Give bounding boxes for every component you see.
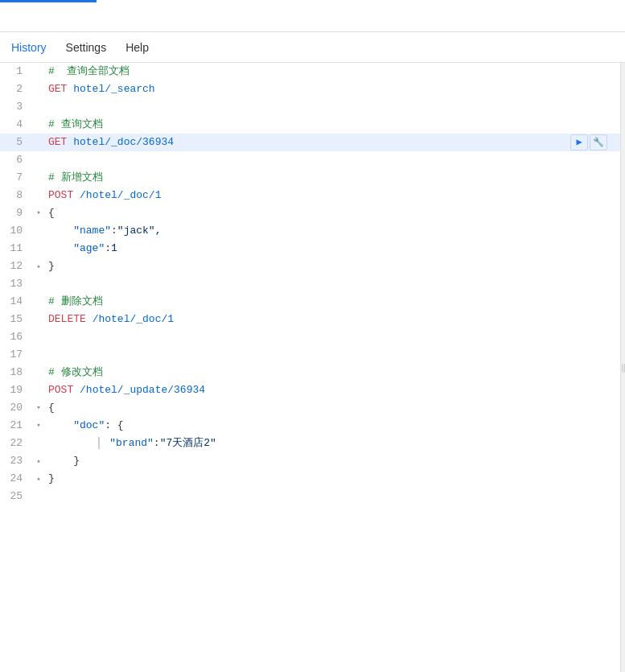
line-number: 16 (0, 328, 32, 346)
fold-gutter[interactable]: ▴ (32, 470, 45, 488)
table-row: 3 (0, 98, 620, 116)
line-number: 18 (0, 364, 32, 381)
line-content: "brand":"7天酒店2" (45, 435, 620, 452)
table-row: 24▴} (0, 470, 620, 488)
table-row: 21▾ "doc": { (0, 417, 620, 435)
menu-settings[interactable]: Settings (58, 38, 115, 57)
line-content: # 新增文档 (45, 169, 620, 187)
table-row: 12▴} (0, 258, 620, 275)
menu-history[interactable]: History (3, 38, 55, 57)
line-content: { (45, 399, 620, 417)
line-number: 21 (0, 417, 32, 435)
line-number: 25 (0, 488, 32, 505)
table-row: 2GET hotel/_search (0, 80, 620, 98)
fold-gutter[interactable]: ▴ (32, 258, 45, 275)
line-number: 22 (0, 435, 32, 452)
resize-handle[interactable]: ‖ (620, 63, 625, 672)
line-content: # 查询全部文档 (45, 63, 620, 80)
line-number: 6 (0, 151, 32, 169)
table-row: 23▴ } (0, 452, 620, 470)
table-row: 5GET hotel/_doc/36934▶🔧 (0, 134, 620, 151)
line-number: 12 (0, 258, 32, 275)
line-content: DELETE /hotel/_doc/1 (45, 311, 620, 328)
line-number: 10 (0, 222, 32, 240)
line-number: 14 (0, 293, 32, 311)
line-number: 17 (0, 346, 32, 364)
line-number: 1 (0, 63, 32, 80)
table-row: 14# 删除文档 (0, 293, 620, 311)
line-content: GET hotel/_doc/36934 (45, 134, 620, 151)
line-number: 3 (0, 98, 32, 116)
top-bar-indicator (0, 0, 97, 2)
table-row: 6 (0, 151, 620, 169)
table-row: 20▾{ (0, 399, 620, 417)
line-content: POST /hotel/_update/36934 (45, 381, 620, 399)
fold-gutter[interactable]: ▾ (32, 204, 45, 222)
table-row: 9▾{ (0, 204, 620, 222)
code-area: 1# 查询全部文档2GET hotel/_search34# 查询文档5GET … (0, 63, 620, 505)
table-row: 15DELETE /hotel/_doc/1 (0, 311, 620, 328)
table-row: 18# 修改文档 (0, 364, 620, 381)
line-content: # 查询文档 (45, 116, 620, 134)
line-content: } (45, 452, 620, 470)
table-row: 11 "age":1 (0, 240, 620, 258)
line-actions: ▶🔧 (570, 134, 607, 151)
table-row: 1# 查询全部文档 (0, 63, 620, 80)
table-row: 8POST /hotel/_doc/1 (0, 187, 620, 204)
line-content: "name":"jack", (45, 222, 620, 240)
table-row: 17 (0, 346, 620, 364)
line-content: "age":1 (45, 240, 620, 258)
table-row: 10 "name":"jack", (0, 222, 620, 240)
editor-container: 1# 查询全部文档2GET hotel/_search34# 查询文档5GET … (0, 63, 625, 672)
line-content: } (45, 470, 620, 488)
line-number: 19 (0, 381, 32, 399)
run-button[interactable]: ▶ (570, 134, 588, 150)
line-content: GET hotel/_search (45, 80, 620, 98)
table-row: 7# 新增文档 (0, 169, 620, 187)
line-number: 4 (0, 116, 32, 134)
line-content: "doc": { (45, 417, 620, 435)
editor-main[interactable]: 1# 查询全部文档2GET hotel/_search34# 查询文档5GET … (0, 63, 620, 672)
line-number: 15 (0, 311, 32, 328)
fold-gutter[interactable]: ▴ (32, 452, 45, 470)
menu-bar: History Settings Help (0, 32, 625, 63)
line-number: 13 (0, 275, 32, 293)
table-row: 22 "brand":"7天酒店2" (0, 435, 620, 452)
line-content: # 修改文档 (45, 364, 620, 381)
top-bar (0, 0, 625, 32)
line-number: 9 (0, 204, 32, 222)
line-content: { (45, 204, 620, 222)
table-row: 4# 查询文档 (0, 116, 620, 134)
table-row: 13 (0, 275, 620, 293)
table-row: 16 (0, 328, 620, 346)
line-number: 20 (0, 399, 32, 417)
fold-gutter[interactable]: ▾ (32, 399, 45, 417)
line-number: 8 (0, 187, 32, 204)
line-number: 11 (0, 240, 32, 258)
line-content: # 删除文档 (45, 293, 620, 311)
line-number: 24 (0, 470, 32, 488)
line-number: 2 (0, 80, 32, 98)
menu-help[interactable]: Help (117, 38, 157, 57)
line-number: 5 (0, 134, 32, 151)
line-number: 23 (0, 452, 32, 470)
line-content: } (45, 258, 620, 275)
line-number: 7 (0, 169, 32, 187)
line-content: POST /hotel/_doc/1 (45, 187, 620, 204)
table-row: 19POST /hotel/_update/36934 (0, 381, 620, 399)
wrench-button[interactable]: 🔧 (590, 134, 607, 150)
table-row: 25 (0, 488, 620, 505)
fold-gutter[interactable]: ▾ (32, 417, 45, 435)
